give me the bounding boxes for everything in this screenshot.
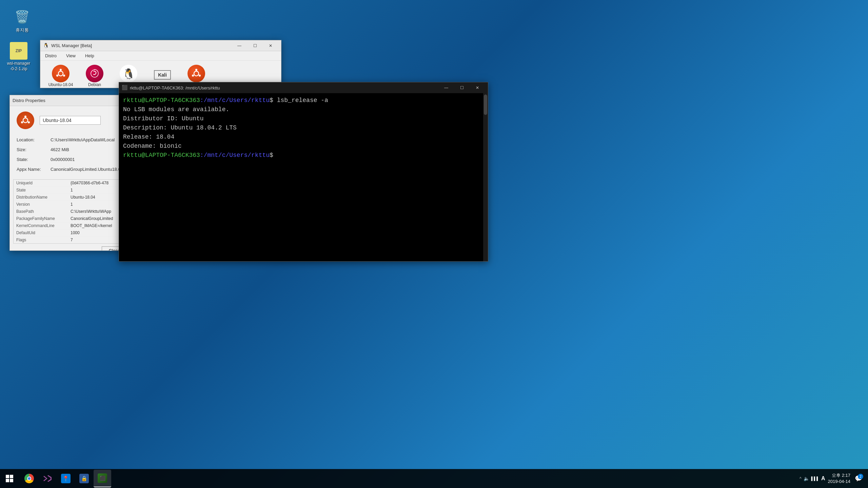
start-button[interactable] (0, 469, 19, 488)
wsl-manager-title-text: WSL Manager [Beta] (51, 43, 232, 48)
appx-value: CanonicalGroupLimited.Ubuntu18.0 (51, 167, 124, 172)
terminal-maximize-button[interactable]: ☐ (454, 82, 470, 93)
terminal-content[interactable]: rkttu@LAPTOP-TA6CK363:/mnt/c/Users/rkttu… (119, 93, 483, 261)
taskbar-visual-studio[interactable] (39, 470, 56, 487)
kali-icon: Kali (154, 70, 171, 80)
terminal-line-1: No LSB modules are available. (123, 105, 479, 114)
wsl-zip-label: wsl-manager-0-2-1.zip (7, 61, 31, 72)
appx-label: Appx Name: (17, 167, 51, 172)
maps-icon: 📍 (61, 474, 71, 483)
terminal-cmd-6: $ (270, 152, 273, 159)
terminal-line-3: Description: Ubuntu 18.04.2 LTS (123, 123, 479, 133)
recycle-bin-label: 휴지통 (16, 27, 29, 33)
svg-point-10 (28, 121, 30, 123)
notification-badge: 2 (858, 474, 863, 479)
state-label: State: (17, 157, 51, 162)
menu-help[interactable]: Help (83, 53, 96, 59)
tray-chevron[interactable]: ^ (800, 476, 802, 481)
svg-rect-14 (6, 479, 9, 482)
svg-rect-15 (10, 479, 13, 482)
notification-button[interactable]: 💬 2 (853, 473, 864, 484)
terminal-window: ⬛ rkttu@LAPTOP-TA6CK363: /mnt/c/Users/rk… (119, 82, 488, 262)
volume-icon[interactable]: 🔈 (804, 476, 809, 481)
terminal-output-2: Distributor ID: Ubuntu (123, 115, 204, 122)
state-value: 0x00000001 (51, 157, 124, 162)
desktop: 🗑️ 휴지통 ZIP wsl-manager-0-2-1.zip 🐧 WSL M… (0, 0, 868, 488)
props-footer: Close (10, 244, 131, 250)
clock-time: 오후 2:17 (828, 472, 851, 479)
terminal-line-0: rkttu@LAPTOP-TA6CK363:/mnt/c/Users/rkttu… (123, 96, 479, 105)
wsl-manager-minimize-button[interactable]: — (232, 40, 247, 51)
security-icon: 🔒 (79, 474, 89, 483)
version-val: 1 (68, 201, 76, 208)
terminal-line-6: rkttu@LAPTOP-TA6CK363:/mnt/c/Users/rkttu… (123, 151, 479, 160)
pkgfamily-key: PackageFamilyName (14, 215, 68, 222)
svg-point-2 (63, 75, 65, 77)
defuid-key: DefaultUid (14, 229, 68, 236)
taskbar-wsl[interactable]: ⬛ (94, 470, 111, 487)
clock-date: 2019-04-14 (828, 479, 851, 485)
debian-icon (86, 65, 103, 82)
distname-val: Ubuntu-18.04 (68, 194, 98, 201)
props-state: State: 0x00000001 (17, 157, 124, 162)
tux-icon: 🐧 (120, 65, 137, 82)
location-value: C:\Users\Wrkttu\AppDataWLocal (51, 137, 124, 142)
terminal-output-1: No LSB modules are available. (123, 106, 229, 113)
system-tray: ^ 🔈 ▌▌▌ A (800, 475, 825, 482)
desktop-icon-wsl-zip[interactable]: ZIP wsl-manager-0-2-1.zip (3, 41, 34, 73)
terminal-line-4: Release: 18.04 (123, 133, 479, 142)
taskbar-security[interactable]: 🔒 (75, 470, 93, 487)
distro-properties-titlebar: Distro Properties (10, 95, 131, 106)
taskbar-right: ^ 🔈 ▌▌▌ A 오후 2:17 2019-04-14 💬 2 (800, 472, 868, 485)
taskbar-maps[interactable]: 📍 (57, 470, 75, 487)
distro-ubuntu-18[interactable]: Ubuntu-18.04 (47, 65, 74, 87)
svg-point-0 (58, 71, 63, 76)
ubuntu-1904-icon (188, 65, 205, 82)
terminal-close-button[interactable]: ✕ (470, 82, 485, 93)
taskbar: 📍 🔒 ⬛ ^ 🔈 ▌▌▌ A 오후 2:17 2019-04-1 (0, 469, 868, 488)
svg-point-1 (60, 69, 62, 71)
taskbar-clock[interactable]: 오후 2:17 2019-04-14 (828, 472, 851, 485)
distro-debian[interactable]: Debian (81, 65, 108, 87)
svg-point-5 (195, 69, 197, 71)
size-label: Size: (17, 147, 51, 152)
table-row-flags: Flags 7 (14, 237, 127, 243)
terminal-minimize-button[interactable]: — (438, 82, 454, 93)
ubuntu-18-icon (52, 65, 70, 82)
windows-logo-icon (5, 474, 14, 483)
wsl-manager-close-button[interactable]: ✕ (263, 40, 278, 51)
network-icon: ▌▌▌ (811, 476, 819, 481)
wsl-zip-icon: ZIP (10, 42, 27, 60)
terminal-output-5: Codename: bionic (123, 143, 182, 149)
svg-point-7 (192, 75, 194, 77)
terminal-path-6: :/mnt/c/Users/rkttu (200, 152, 270, 159)
props-header (10, 106, 131, 135)
visual-studio-icon (43, 474, 52, 483)
wsl-manager-menubar: Distro View Help (40, 51, 281, 61)
table-row-kernel: KernelCommandLine BOOT_IMAGE=/kernel (14, 222, 127, 229)
terminal-scrollbar[interactable] (483, 93, 488, 261)
basepath-val: C:\Users\Wrkttu\WApp (68, 208, 114, 215)
wsl-manager-window: 🐧 WSL Manager [Beta] — ☐ ✕ Distro View H… (40, 40, 281, 88)
flags-key: Flags (14, 237, 68, 243)
distro-debian-label: Debian (88, 82, 101, 87)
wsl-icon: ⬛ (98, 473, 107, 483)
recycle-bin-icon: 🗑️ (13, 8, 31, 26)
wsl-manager-controls: — ☐ ✕ (232, 40, 278, 51)
props-location: Location: C:\Users\Wrkttu\AppDataWLocal (17, 137, 124, 142)
taskbar-apps: 📍 🔒 ⬛ (20, 470, 111, 487)
distro-properties-window: Distro Properties Location: C:\Users\Wr (9, 95, 132, 251)
svg-point-3 (56, 75, 58, 77)
menu-distro[interactable]: Distro (43, 53, 59, 59)
table-row-uniqueid: UniqueId {0d470366-d7b6-478 (14, 180, 127, 187)
distro-properties-title: Distro Properties (13, 98, 129, 103)
svg-point-4 (194, 71, 199, 76)
uniqueid-key: UniqueId (14, 180, 68, 186)
distro-name-input[interactable] (40, 116, 101, 125)
wsl-manager-titlebar: 🐧 WSL Manager [Beta] — ☐ ✕ (40, 40, 281, 51)
wsl-manager-maximize-button[interactable]: ☐ (247, 40, 263, 51)
desktop-icon-recycle-bin[interactable]: 🗑️ 휴지통 (7, 7, 37, 35)
menu-view[interactable]: View (64, 53, 78, 59)
taskbar-chrome[interactable] (20, 470, 38, 487)
svg-rect-13 (10, 475, 13, 478)
